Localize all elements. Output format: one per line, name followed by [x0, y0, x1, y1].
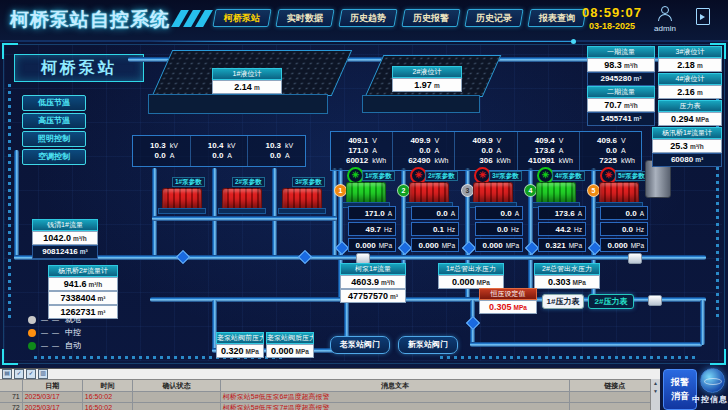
app-title: 柯桥泵站自控系统 [10, 7, 170, 33]
pressure-gauge-1-button[interactable]: 1#压力表 [542, 294, 584, 309]
tank-1-level-readout: 1#液位计 2.14m [212, 68, 282, 94]
outlet-1-pressure-panel: 1#总管出水压力 0.000MPa [438, 263, 504, 289]
tank-2-level-value: 1.97 [414, 80, 432, 90]
valve-icon [298, 250, 312, 264]
old-pump-3-params-button[interactable]: 3#泵参数 [292, 177, 325, 187]
pump-3-params-button[interactable]: 3#泵参数 [489, 171, 522, 181]
old-pump-2-motor[interactable] [222, 188, 262, 210]
main-nav: 柯桥泵站 实时数据 历史趋势 历史报警 历史记录 报表查询 [214, 9, 585, 27]
valve-icon [466, 316, 480, 330]
pump-5-params-button[interactable]: 5#泵参数 [615, 171, 648, 181]
nav-tab-report-query[interactable]: 报表查询 [527, 9, 586, 27]
pump-2-power-readout: 409.9V 0.0A 62490kWh [393, 132, 455, 170]
legend-item-auto: — — 自动 [28, 340, 81, 351]
check-icon[interactable]: ✓ [14, 369, 24, 379]
incoming-feeder-band: 10.3kV 0.0A 10.4kV 0.0A 10.3kV 0.0A [132, 135, 306, 167]
tank-2-level-label: 2#液位计 [392, 66, 462, 78]
old-valve-back-pressure-panel: 老泵站阀后压力 0.000MPa [266, 332, 314, 358]
feeder-3-readout: 10.3kV 0.0A [248, 136, 305, 166]
old-pump-1-params-button[interactable]: 1#泵参数 [172, 177, 205, 187]
nav-tab-history-record[interactable]: 历史记录 [464, 9, 523, 27]
pump-4-power-readout: 409.4V 173.6A 410591kWh [518, 132, 580, 170]
slashes-decoration [176, 10, 208, 27]
sidebar-button-lighting[interactable]: 照明控制 [22, 131, 86, 147]
alarm-row-71[interactable]: 71 2025/03/17 16:50:02 柯桥泵站5#低压泵6#温度超高报警 [0, 392, 660, 403]
station-panel-title: 柯桥泵站 [14, 54, 144, 82]
tank-1-level-label: 1#液位计 [212, 68, 282, 80]
nav-tab-realtime-data[interactable]: 实时数据 [275, 9, 334, 27]
legend-dot-central [28, 329, 36, 337]
alarm-row-72[interactable]: 72 2025/03/17 16:50:02 柯桥泵站5#低压泵7#温度超高报警 [0, 403, 660, 410]
pipe [272, 168, 277, 258]
pump-5-power-readout: 409.6V 0.0A 7225kWh [580, 132, 641, 170]
keqiao-1-flow-panel: 柯泵1#流量 4603.9m³/h 47757570m³ [340, 263, 406, 303]
new-station-valve-button[interactable]: 新泵站阀门 [398, 336, 458, 354]
outlet-2-pressure-panel: 2#总管出水压力 0.303MPa [534, 263, 600, 289]
feeder-2-readout: 10.4kV 0.0A [191, 136, 249, 166]
pipe [212, 168, 217, 258]
pipe [470, 342, 702, 347]
sidebar-button-lv-temp[interactable]: 低压节温 [22, 95, 86, 111]
legend-item-local: — — 就地 [28, 314, 81, 325]
phase-1-flow-panel: 一期流量 98.3m³/h 2945280m³ [587, 46, 655, 86]
date-display: 03-18-2025 [582, 21, 642, 31]
old-station-valve-button[interactable]: 老泵站阀门 [330, 336, 390, 354]
sidebar-button-hv-temp[interactable]: 高压节温 [22, 113, 86, 129]
legend-dot-auto [28, 342, 36, 350]
alarm-table: ▤ ✓ ✓ ▥ 日期 时间 确认状态 消息文本 链接点 71 2025/03/1… [0, 368, 660, 410]
table-scrollbar[interactable]: ▲▼ [650, 379, 660, 410]
logout-icon[interactable] [696, 8, 710, 25]
pump-3-motor[interactable] [473, 182, 513, 204]
pump-base [278, 208, 326, 214]
pump-base [218, 208, 266, 214]
print-icon[interactable]: ▥ [38, 369, 48, 379]
time-display: 08:59:07 [582, 5, 642, 20]
pump-2-motor[interactable] [409, 182, 449, 204]
pump-1-data-stack: 171.0A 49.7Hz 0.000MPa [348, 206, 396, 254]
pump-base [158, 208, 206, 214]
old-valve-front-pressure-panel: 老泵站阀前压力 0.320MPa [216, 332, 264, 358]
grid-icon[interactable]: ▤ [2, 369, 12, 379]
pump-1-power-readout: 409.1V 171.0A 60012kWh [331, 132, 393, 170]
pump-1-params-button[interactable]: 1#泵参数 [362, 171, 395, 181]
pump-5-motor[interactable] [599, 182, 639, 204]
company-logo-text: 中控信息 [692, 394, 728, 405]
left-tick-strip [8, 84, 11, 322]
sidebar-button-hvac[interactable]: 空调控制 [22, 149, 86, 165]
company-globe-logo [700, 368, 725, 393]
pipe [700, 300, 705, 345]
pipe [152, 216, 337, 221]
old-pump-3-motor[interactable] [282, 188, 322, 210]
pump-3-power-readout: 409.9V 0.0A 306kWh [455, 132, 517, 170]
check-all-icon[interactable]: ✓ [26, 369, 36, 379]
nav-underline-decoration [150, 41, 574, 42]
legend-dot-local [28, 316, 36, 324]
old-pump-2-params-button[interactable]: 2#泵参数 [232, 177, 265, 187]
pump-2-params-button[interactable]: 2#泵参数 [425, 171, 458, 181]
user-icon [658, 6, 672, 20]
old-pump-1-motor[interactable] [162, 188, 202, 210]
legend-item-central: — — 中控 [28, 327, 81, 338]
pipe [14, 150, 19, 260]
pump-2-data-stack: 0.0A 0.1Hz 0.000MPa [411, 206, 459, 254]
pipe-coupler [648, 295, 662, 306]
nav-tab-history-trend[interactable]: 历史趋势 [338, 9, 397, 27]
pump-4-data-stack: 173.6A 44.2Hz 0.321MPa [538, 206, 586, 254]
nav-tab-history-alarm[interactable]: 历史报警 [401, 9, 460, 27]
phase-2-flow-panel: 二期流量 70.7m³/h 1455741m³ [587, 86, 655, 126]
tank-1-level-value: 2.14 [234, 82, 252, 92]
nav-tab-station[interactable]: 柯桥泵站 [212, 9, 271, 27]
pump-4-params-button[interactable]: 4#泵参数 [552, 171, 585, 181]
qianqing-flow-panel: 钱清1#流量 1042.0m³/h 90812416m³ [32, 219, 98, 259]
yangxunqiao-1-flow-panel: 杨汛桥1#流量计 25.3m³/h 60080m³ [652, 127, 722, 167]
pump-3-data-stack: 0.0A 0.0Hz 0.000MPa [475, 206, 523, 254]
yangxunqiao-2-flow-panel: 杨汛桥2#流量计 941.6m³/h 7338404m³ 1262731m³ [48, 265, 118, 319]
pressure-gauge-2-button[interactable]: 2#压力表 [588, 294, 634, 309]
user-box: admin [648, 6, 682, 33]
pump-1-motor[interactable] [346, 182, 386, 204]
pump-4-motor[interactable] [536, 182, 576, 204]
username: admin [648, 24, 682, 33]
alarm-table-toolbar: ▤ ✓ ✓ ▥ [0, 369, 660, 380]
level-gauge-3-panel: 3#液位计 2.18m [658, 46, 722, 72]
pressure-gauge-panel: 压力表 0.294MPa [658, 100, 722, 126]
